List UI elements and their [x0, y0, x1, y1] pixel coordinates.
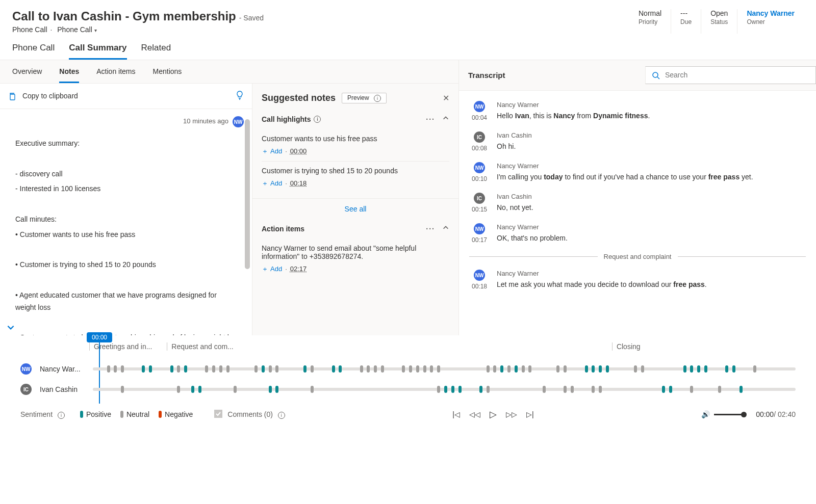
- play-button[interactable]: ▷: [490, 409, 497, 420]
- tab-call-summary[interactable]: Call Summary: [69, 43, 126, 60]
- sentiment-tick: [522, 365, 525, 373]
- transcript-message[interactable]: NW00:18Nancy WarnerLet me ask you what m…: [469, 264, 806, 295]
- see-all-button[interactable]: See all: [252, 198, 458, 219]
- speaker-track-nw[interactable]: [93, 367, 796, 370]
- timestamp-link[interactable]: 00:18: [290, 179, 307, 187]
- sentiment-tick: [170, 365, 173, 373]
- sentiment-tick: [205, 365, 208, 373]
- volume-icon[interactable]: 🔊: [701, 410, 710, 418]
- svg-rect-0: [10, 94, 15, 100]
- timestamp-link[interactable]: 02:17: [290, 265, 307, 273]
- timeline-segment[interactable]: Request and com...: [167, 342, 233, 351]
- sentiment-tick: [669, 386, 672, 393]
- sentiment-tick: [423, 365, 426, 373]
- info-icon[interactable]: i: [314, 116, 321, 123]
- legend-item: Neutral: [120, 410, 149, 418]
- sentiment-tick: [177, 365, 180, 373]
- rewind-button[interactable]: ◁◁: [469, 410, 480, 418]
- tab-action-items[interactable]: Action items: [96, 67, 135, 83]
- transcript-message[interactable]: NW00:17Nancy WarnerOK, that's no problem…: [469, 218, 806, 249]
- sentiment-tick: [107, 365, 110, 373]
- suggested-title: Suggested notes: [262, 93, 336, 103]
- insights-button[interactable]: [236, 91, 244, 101]
- add-button[interactable]: ＋Add: [262, 265, 282, 273]
- tab-mentions[interactable]: Mentions: [153, 67, 182, 83]
- sentiment-tick: [402, 365, 405, 373]
- tab-phone-call[interactable]: Phone Call: [12, 43, 55, 60]
- info-icon[interactable]: i: [278, 412, 285, 419]
- chevron-up-icon: [442, 224, 449, 231]
- notes-body[interactable]: Executive summary: - discovery call- Int…: [0, 129, 252, 335]
- chevron-up-icon: [442, 115, 449, 122]
- sentiment-tick: [507, 365, 511, 373]
- forward-button[interactable]: ▷▷: [506, 410, 517, 418]
- meta-priority[interactable]: NormalPriority: [629, 9, 671, 34]
- sentiment-tick: [374, 365, 377, 373]
- expand-notes-button[interactable]: [6, 323, 15, 333]
- timeline-segment[interactable]: Greetings and in...: [89, 342, 152, 351]
- copy-to-clipboard-button[interactable]: Copy to clipboard: [8, 92, 78, 100]
- tab-notes[interactable]: Notes: [59, 67, 79, 83]
- transcript-title: Transcript: [468, 71, 505, 79]
- speaker-track-ic[interactable]: [93, 388, 796, 391]
- sentiment-tick: [599, 365, 602, 373]
- transcript-message[interactable]: NW00:10Nancy WarnerI'm calling you today…: [469, 157, 806, 188]
- scrollbar[interactable]: [245, 119, 250, 269]
- sentiment-tick: [683, 365, 686, 373]
- tab-overview[interactable]: Overview: [12, 67, 42, 83]
- skip-end-button[interactable]: ▷|: [526, 410, 534, 418]
- topic-divider: Request and complaint: [469, 253, 806, 260]
- collapse-button[interactable]: [442, 115, 449, 123]
- sentiment-tick: [275, 365, 278, 373]
- volume-slider[interactable]: [714, 414, 745, 415]
- avatar: NW: [233, 116, 244, 127]
- playback-controls: |◁ ◁◁ ▷ ▷▷ ▷|: [452, 409, 533, 420]
- suggestion-item: Nancy Warner to send email about "some h…: [262, 239, 449, 279]
- sentiment-tick: [493, 365, 496, 373]
- sentiment-tick: [381, 365, 384, 373]
- timeline-segment[interactable]: Closing: [612, 342, 641, 351]
- search-box[interactable]: [645, 66, 816, 84]
- sentiment-tick: [487, 386, 490, 393]
- note-timestamp: 10 minutes agoNW: [0, 109, 252, 129]
- search-input[interactable]: [665, 71, 798, 79]
- comments-toggle[interactable]: Comments (0) i: [214, 410, 285, 419]
- speaker-label: Nancy War...: [40, 365, 85, 373]
- preview-badge[interactable]: Preview i: [342, 93, 387, 103]
- meta-due[interactable]: ---Due: [671, 9, 701, 34]
- sentiment-tick: [564, 386, 567, 393]
- transcript-message[interactable]: NW00:04Nancy WarnerHello Ivan, this is N…: [469, 96, 806, 126]
- sentiment-tick: [500, 365, 503, 373]
- transcript-message[interactable]: IC00:15Ivan CashinNo, not yet.: [469, 188, 806, 218]
- skip-start-button[interactable]: |◁: [452, 410, 460, 418]
- transcript-message[interactable]: IC00:08Ivan CashinOh hi.: [469, 126, 806, 157]
- tab-related[interactable]: Related: [141, 43, 171, 60]
- info-icon: i: [374, 95, 381, 102]
- sentiment-tick: [254, 365, 258, 373]
- collapse-button[interactable]: [442, 224, 449, 233]
- close-button[interactable]: ✕: [443, 93, 449, 103]
- summary-tabs: Overview Notes Action items Mentions: [0, 60, 458, 84]
- meta-owner[interactable]: Nancy WarnerOwner: [737, 9, 804, 34]
- meta-status[interactable]: OpenStatus: [701, 9, 737, 34]
- sentiment-tick: [444, 386, 447, 393]
- timestamp-link[interactable]: 00:00: [290, 147, 307, 155]
- sentiment-tick: [543, 386, 546, 393]
- add-button[interactable]: ＋Add: [262, 179, 282, 187]
- sentiment-tick: [332, 365, 335, 373]
- sentiment-tick: [416, 365, 419, 373]
- timeline-segments: Greetings and in...Request and com...Clo…: [89, 342, 796, 354]
- sentiment-tick: [226, 365, 230, 373]
- sentiment-tick: [599, 386, 602, 393]
- page-title: Call to Ivan Cashin - Gym membership- Sa…: [12, 9, 264, 23]
- highlights-title: Call highlights: [262, 115, 311, 123]
- action-items-title: Action items: [262, 225, 304, 233]
- info-icon[interactable]: i: [58, 412, 65, 419]
- sentiment-tick: [690, 365, 693, 373]
- record-tabs: Phone Call Call Summary Related: [0, 38, 816, 60]
- highlights-more-button[interactable]: ···: [426, 115, 435, 123]
- add-button[interactable]: ＋Add: [262, 147, 282, 155]
- actions-more-button[interactable]: ···: [426, 225, 435, 233]
- form-selector[interactable]: Phone Call▾: [57, 25, 97, 34]
- sentiment-tick: [690, 386, 693, 393]
